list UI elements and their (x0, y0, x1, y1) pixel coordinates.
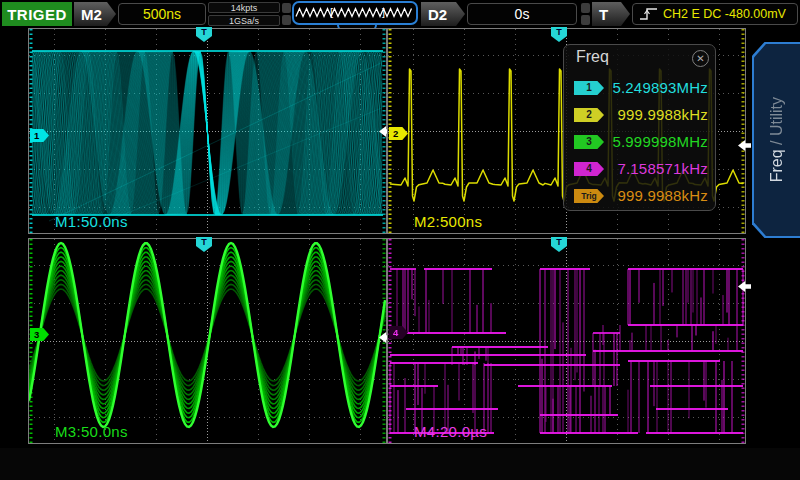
timebase-source-button[interactable]: M2 (74, 2, 116, 26)
side-menu-tab[interactable]: Freq / Utility (752, 42, 800, 238)
m1-waveform-canvas (29, 29, 386, 233)
freq-row-ch2: 2 999.9988kHz (564, 102, 717, 128)
separator (581, 15, 590, 25)
oscilloscope-screen: TRIGED M2 500ns 14kpts 1GSa/s [ ] D2 0s … (0, 0, 800, 480)
ch4-frequency: 7.158571kHz (617, 160, 708, 177)
ch2-frequency: 999.9988kHz (617, 106, 708, 123)
waveform-preview-strip[interactable]: [ ] (292, 1, 418, 25)
ch1-frequency: 5.249893MHz (612, 79, 708, 96)
scope-window-m4[interactable]: T 4 M4:20.0µs (387, 238, 746, 444)
trigger-menu-button[interactable]: T (592, 2, 630, 26)
m3-waveform-canvas (29, 239, 386, 443)
trigger-settings-text: CH2 E DC -480.00mV (663, 7, 786, 21)
freq-row-ch3: 3 5.999998MHz (564, 129, 717, 155)
close-icon[interactable]: ✕ (692, 50, 709, 67)
m4-timebase-label: M4:20.0µs (414, 423, 487, 440)
ch3-badge: 3 (574, 135, 604, 149)
trigger-settings[interactable]: CH2 E DC -480.00mV (632, 3, 798, 25)
tab-label-utility: / Utility (768, 97, 785, 149)
ch4-badge: 4 (574, 162, 604, 176)
top-bar: TRIGED M2 500ns 14kpts 1GSa/s [ ] D2 0s … (0, 0, 800, 28)
delay-value[interactable]: 0s (467, 3, 577, 25)
scope-window-m3[interactable]: T 3 M3:50.0ns (28, 238, 387, 444)
separator (282, 15, 291, 25)
freq-measurement-panel: Freq ✕ 1 5.249893MHz 2 999.9988kHz 3 5.9… (563, 44, 716, 211)
sample-rate: 1GSa/s (208, 15, 280, 26)
trigger-status-badge: TRIGED (2, 2, 72, 26)
trig-badge: Trig (574, 189, 604, 203)
freq-row-ch1: 1 5.249893MHz (564, 75, 717, 101)
trig-frequency: 999.9988kHz (617, 187, 708, 204)
bottom-bar: 1 500mV 1.000X 2 1.00V 1.000X (0, 448, 800, 480)
m1-timebase-label: M1:50.0ns (55, 213, 128, 230)
ch1-badge: 1 (574, 81, 604, 95)
separator (581, 3, 590, 13)
separator (282, 3, 291, 13)
memory-depth: 14kpts (208, 2, 280, 13)
m2-timebase-label: M2:500ns (414, 213, 482, 230)
m3-timebase-label: M3:50.0ns (55, 423, 128, 440)
delay-label-button[interactable]: D2 (421, 2, 465, 26)
side-menu-tab-label: Freq / Utility (768, 97, 786, 182)
ch3-frequency: 5.999998MHz (612, 133, 708, 150)
freq-row-ch4: 4 7.158571kHz (564, 156, 717, 182)
ch2-badge: 2 (574, 108, 604, 122)
preview-window-left: [ (330, 6, 333, 18)
freq-row-trig: Trig 999.9988kHz (564, 183, 717, 209)
m4-waveform-canvas (388, 239, 745, 443)
freq-panel-title: Freq (576, 48, 609, 66)
side-menu-tab-face: Freq / Utility (754, 44, 800, 236)
preview-window-right: ] (382, 6, 385, 18)
rising-edge-icon (639, 6, 659, 22)
scope-window-m1[interactable]: T 1 M1:50.0ns (28, 28, 387, 234)
preview-waveform: [ ] (294, 3, 416, 23)
timebase-value[interactable]: 500ns (118, 3, 206, 25)
tab-label-freq: Freq (768, 150, 785, 183)
